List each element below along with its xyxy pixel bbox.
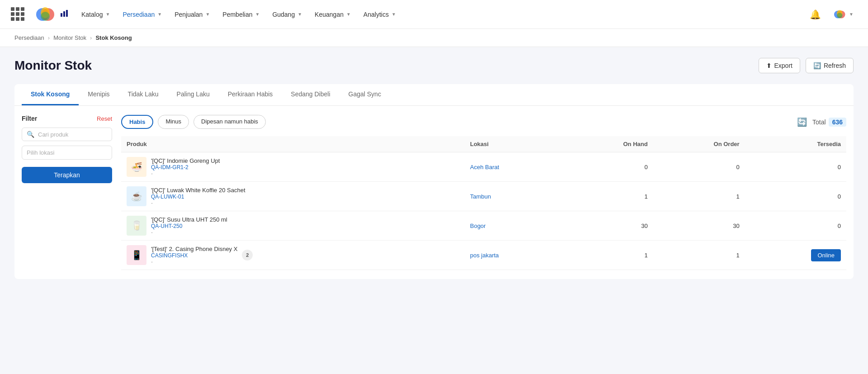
on-hand-cell: 0: [565, 152, 653, 182]
user-avatar-btn[interactable]: ▼: [828, 5, 857, 24]
tab-menipis[interactable]: Menipis: [79, 84, 118, 105]
filter-header: Filter Reset: [22, 115, 112, 122]
product-dash: -: [151, 170, 220, 177]
table-refresh-icon[interactable]: 🔄: [797, 117, 807, 127]
breadcrumb-item-1[interactable]: Monitor Stok: [53, 34, 86, 41]
refresh-button[interactable]: 🔄 Refresh: [806, 58, 854, 73]
notification-bell-icon[interactable]: 🔔: [810, 9, 821, 20]
product-info: '[QC]' Susu Ultra UHT 250 ml QA-UHT-250 …: [151, 216, 227, 236]
svg-rect-5: [63, 11, 65, 17]
lokasi-cell: Aceh Barat: [465, 152, 565, 182]
lokasi-link[interactable]: Aceh Barat: [470, 164, 499, 170]
nav-item-persediaan[interactable]: Persediaan▼: [117, 7, 167, 22]
online-button[interactable]: Online: [811, 249, 841, 261]
page-header: Monitor Stok ⬆ Export 🔄 Refresh: [14, 58, 854, 73]
product-name: '[QC]' Indomie Goreng Upt: [151, 157, 220, 164]
product-sku[interactable]: QA-UHT-250: [151, 223, 227, 229]
lokasi-link[interactable]: Tambun: [470, 193, 491, 200]
tab-stok-kosong[interactable]: Stok Kosong: [22, 84, 79, 105]
table-head: ProdukLokasiOn HandOn OrderTersedia: [121, 136, 846, 152]
nav-label: Katalog: [81, 11, 103, 18]
table-row: 🥛 '[QC]' Susu Ultra UHT 250 ml QA-UHT-25…: [121, 211, 846, 241]
product-cell: 🥛 '[QC]' Susu Ultra UHT 250 ml QA-UHT-25…: [121, 211, 465, 241]
chevron-icon: ▼: [157, 12, 162, 17]
chevron-down-icon: ▼: [849, 12, 854, 17]
product-cell: 📱 '[Test]' 2. Casing Phone Disney X CASI…: [121, 241, 465, 270]
search-input[interactable]: [38, 131, 107, 138]
tersedia-cell: 0: [745, 182, 846, 211]
export-icon: ⬆: [766, 62, 772, 69]
search-icon: 🔍: [27, 131, 34, 138]
product-info: '[Test]' 2. Casing Phone Disney X CASING…: [151, 246, 237, 265]
tab-gagal-sync[interactable]: Gagal Sync: [340, 84, 390, 105]
nav-label: Analytics: [363, 11, 389, 18]
product-image: 📱: [127, 245, 146, 265]
nav-item-gudang[interactable]: Gudang▼: [267, 7, 307, 22]
navbar: Katalog▼Persediaan▼Penjualan▼Pembelian▼G…: [0, 0, 868, 29]
product-sku[interactable]: QA-IDM-GR1-2: [151, 164, 220, 170]
table-body: 🍜 '[QC]' Indomie Goreng Upt QA-IDM-GR1-2…: [121, 152, 846, 270]
product-info: '[QC]' Indomie Goreng Upt QA-IDM-GR1-2 -: [151, 157, 220, 177]
apply-button[interactable]: Terapkan: [22, 167, 112, 183]
tabs-container: Stok KosongMenipisTidak LakuPaling LakuP…: [14, 84, 854, 106]
product-image: 🥛: [127, 216, 146, 236]
location-select[interactable]: Pilih lokasi: [22, 146, 112, 160]
total-count: 636: [829, 118, 846, 127]
chevron-icon: ▼: [392, 12, 396, 17]
tab-perkiraan-habis[interactable]: Perkiraan Habis: [219, 84, 282, 105]
th-on-order: On Order: [653, 136, 745, 152]
nav-label: Keuangan: [315, 11, 344, 18]
nav-item-pembelian[interactable]: Pembelian▼: [217, 7, 265, 22]
nav-item-penjualan[interactable]: Penjualan▼: [169, 7, 215, 22]
tersedia-cell: 0: [745, 152, 846, 182]
layout-row: Filter Reset 🔍 Pilih lokasi Terapkan Hab…: [22, 115, 846, 270]
lokasi-cell: pos jakarta: [465, 241, 565, 270]
filter-panel: Filter Reset 🔍 Pilih lokasi Terapkan: [22, 115, 112, 183]
filter-label: Filter: [22, 115, 37, 122]
th-produk: Produk: [121, 136, 465, 152]
product-sku[interactable]: CASINGFISHX: [151, 252, 237, 259]
bar-chart-icon: [60, 9, 69, 20]
tab-tidak-laku[interactable]: Tidak Laku: [119, 84, 168, 105]
product-dash: -: [151, 259, 237, 265]
filter-chips: HabisMinusDipesan namun habis 🔄 Total 63…: [121, 115, 846, 129]
lokasi-cell: Bogor: [465, 211, 565, 241]
apps-grid-icon[interactable]: [11, 7, 25, 22]
nav-item-katalog[interactable]: Katalog▼: [76, 7, 115, 22]
lokasi-link[interactable]: pos jakarta: [470, 252, 499, 259]
main-content: Monitor Stok ⬆ Export 🔄 Refresh Stok Kos…: [0, 47, 868, 363]
tersedia-cell: Online: [745, 241, 846, 270]
product-badge: 2: [242, 250, 253, 260]
tab-sedang-dibeli[interactable]: Sedang Dibeli: [282, 84, 339, 105]
on-hand-cell: 30: [565, 211, 653, 241]
nav-item-keuangan[interactable]: Keuangan▼: [309, 7, 356, 22]
on-hand-cell: 1: [565, 241, 653, 270]
th-on-hand: On Hand: [565, 136, 653, 152]
th-lokasi: Lokasi: [465, 136, 565, 152]
svg-rect-4: [61, 13, 62, 17]
filter-reset-link[interactable]: Reset: [97, 115, 112, 122]
on-order-cell: 0: [653, 152, 745, 182]
breadcrumb-item-0[interactable]: Persediaan: [14, 34, 44, 41]
product-sku[interactable]: QA-LUWK-01: [151, 194, 245, 200]
table-row: 📱 '[Test]' 2. Casing Phone Disney X CASI…: [121, 241, 846, 270]
breadcrumb-separator: ›: [90, 34, 92, 41]
tab-paling-laku[interactable]: Paling Laku: [168, 84, 219, 105]
export-button[interactable]: ⬆ Export: [759, 58, 800, 73]
nav-right: 🔔 ▼: [810, 5, 857, 24]
chip-dipesan-namun-habis[interactable]: Dipesan namun habis: [193, 115, 266, 129]
chips-right: 🔄 Total 636: [797, 117, 846, 127]
nav-item-analytics[interactable]: Analytics▼: [358, 7, 401, 22]
breadcrumb-separator: ›: [48, 34, 50, 41]
on-order-cell: 1: [653, 241, 745, 270]
lokasi-link[interactable]: Bogor: [470, 223, 486, 229]
table-area: HabisMinusDipesan namun habis 🔄 Total 63…: [121, 115, 846, 270]
svg-point-3: [41, 12, 50, 21]
product-cell: 🍜 '[QC]' Indomie Goreng Upt QA-IDM-GR1-2…: [121, 152, 465, 182]
svg-rect-6: [66, 10, 68, 17]
chip-habis[interactable]: Habis: [121, 115, 153, 129]
product-name: '[QC]' Susu Ultra UHT 250 ml: [151, 216, 227, 223]
chip-minus[interactable]: Minus: [158, 115, 189, 129]
nav-label: Persediaan: [123, 11, 155, 18]
chevron-icon: ▼: [297, 12, 302, 17]
